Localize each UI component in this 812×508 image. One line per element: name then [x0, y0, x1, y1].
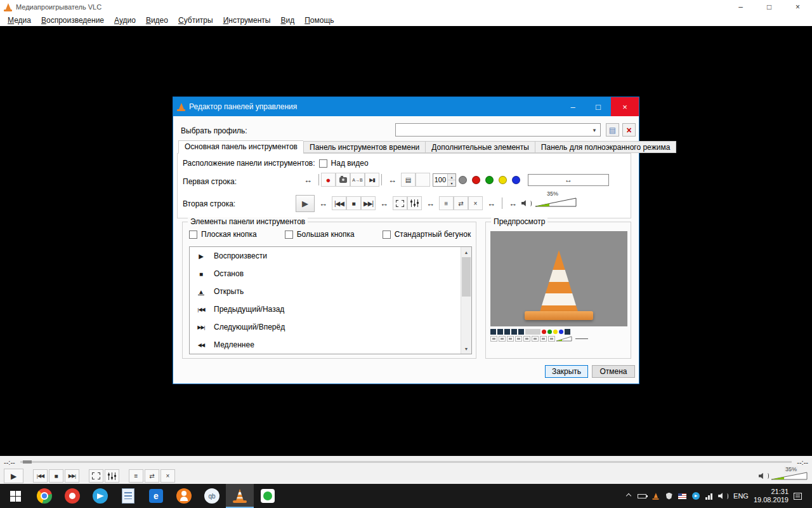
- spacer-icon[interactable]: ↔: [487, 199, 495, 208]
- menu-help[interactable]: Помощь: [299, 15, 339, 26]
- loop-widget[interactable]: ⇄: [454, 196, 468, 210]
- extended-settings-widget[interactable]: [407, 196, 422, 210]
- network-icon[interactable]: [705, 491, 713, 501]
- stop-button[interactable]: ■: [49, 469, 63, 483]
- close-button[interactable]: ×: [783, 0, 812, 14]
- keyboard-language[interactable]: ENG: [733, 492, 749, 500]
- language-flag-icon[interactable]: [678, 491, 686, 501]
- taskbar-telegram[interactable]: [86, 484, 114, 508]
- menu-tools[interactable]: Инструменты: [218, 15, 276, 26]
- next-widget[interactable]: ▶▶|: [361, 196, 376, 210]
- new-profile-button[interactable]: ▤: [606, 123, 619, 137]
- chevron-down-icon[interactable]: ▾: [589, 124, 600, 136]
- scroll-up-icon[interactable]: ▲: [461, 247, 471, 257]
- taskbar-chrome[interactable]: [30, 484, 58, 508]
- snapshot-button[interactable]: [336, 173, 350, 187]
- play-widget[interactable]: ▶: [296, 195, 315, 212]
- taskbar-notes[interactable]: [114, 484, 142, 508]
- next-button[interactable]: ▶▶|: [65, 469, 79, 483]
- telegram-tray-icon[interactable]: [691, 491, 700, 501]
- dialog-minimize-button[interactable]: –: [560, 97, 586, 116]
- taskbar-edge[interactable]: e: [142, 484, 170, 508]
- clock[interactable]: 21:31 19.08.2019: [754, 488, 789, 504]
- list-item[interactable]: ▲ Открыть: [190, 283, 471, 300]
- hidden-icons-chevron[interactable]: [624, 491, 632, 501]
- taskbar-browser[interactable]: [58, 484, 86, 508]
- playlist-toggle-widget[interactable]: ≡: [439, 196, 454, 210]
- spacer-icon[interactable]: ↔: [380, 199, 388, 208]
- random-widget[interactable]: ×: [468, 196, 483, 210]
- dialog-maximize-button[interactable]: □: [586, 97, 611, 116]
- tab-main-toolbar[interactable]: Основная панель инструментов: [178, 140, 303, 154]
- profile-combobox[interactable]: ▾: [395, 123, 601, 137]
- scroll-down-icon[interactable]: ▼: [461, 344, 471, 354]
- taskbar-orange-app[interactable]: [170, 484, 198, 508]
- menu-view[interactable]: Вид: [275, 15, 299, 26]
- menu-audio[interactable]: Аудио: [109, 15, 141, 26]
- taskbar-vlc[interactable]: [226, 484, 254, 508]
- native-slider-option[interactable]: Стандартный бегунок: [383, 230, 471, 239]
- big-button-checkbox[interactable]: [285, 231, 293, 239]
- playlist-widget-button[interactable]: ▤: [401, 173, 416, 187]
- flat-button-checkbox[interactable]: [189, 231, 197, 239]
- battery-icon[interactable]: [638, 491, 646, 501]
- random-button[interactable]: ×: [160, 469, 175, 483]
- tab-time-toolbar[interactable]: Панель инструментов времени: [303, 141, 425, 153]
- tab-fullscreen-controller[interactable]: Панель для полноэкранного режима: [535, 141, 676, 153]
- security-shield-icon[interactable]: [665, 491, 673, 501]
- list-item[interactable]: ■ Останов: [190, 265, 471, 283]
- volume-widget[interactable]: 35%: [535, 197, 577, 209]
- gray-dot-widget[interactable]: [459, 176, 467, 184]
- cancel-button[interactable]: Отмена: [592, 365, 635, 378]
- list-item[interactable]: |◀◀ Предыдущий/Назад: [190, 300, 471, 318]
- scrollbar-track[interactable]: [461, 257, 471, 344]
- seek-slider[interactable]: [20, 461, 792, 463]
- text-field-widget[interactable]: ↔: [528, 174, 609, 186]
- native-slider-checkbox[interactable]: [383, 231, 391, 239]
- spinner-down-icon[interactable]: ▾: [448, 180, 455, 186]
- vlc-tray-icon[interactable]: [652, 491, 660, 501]
- list-item[interactable]: ▶ Воспроизвести: [190, 247, 471, 265]
- fullscreen-button[interactable]: [89, 469, 103, 483]
- green-dot-widget[interactable]: [485, 176, 494, 184]
- minimize-button[interactable]: –: [726, 0, 755, 14]
- start-button[interactable]: [0, 484, 30, 508]
- previous-widget[interactable]: |◀◀: [332, 196, 346, 210]
- speaker-icon[interactable]: [759, 472, 769, 479]
- record-button[interactable]: ●: [321, 173, 336, 187]
- volume-tray-icon[interactable]: [718, 491, 728, 501]
- loop-button[interactable]: ⇄: [145, 469, 159, 483]
- speed-spinner[interactable]: 100 ▴ ▾: [433, 173, 456, 187]
- dialog-close-button[interactable]: ×: [611, 97, 639, 116]
- taskbar-green-app[interactable]: [254, 484, 282, 508]
- ab-loop-button[interactable]: A→B: [350, 173, 365, 187]
- list-item[interactable]: ▶▶| Следующий/Вперёд: [190, 318, 471, 336]
- big-button-option[interactable]: Большая кнопка: [285, 230, 355, 239]
- spinner-up-icon[interactable]: ▴: [448, 174, 455, 180]
- spacer-icon[interactable]: ↔: [509, 199, 517, 208]
- menu-playback[interactable]: Воспроизведение: [36, 15, 109, 26]
- playlist-button[interactable]: ≡: [129, 469, 143, 483]
- extended-settings-button[interactable]: [105, 469, 119, 483]
- blue-dot-widget[interactable]: [512, 176, 520, 184]
- volume-slider[interactable]: [535, 197, 577, 207]
- stop-widget[interactable]: ■: [346, 196, 361, 210]
- spacer-icon[interactable]: ↔: [426, 199, 435, 208]
- spacer-icon[interactable]: ↔: [388, 175, 396, 185]
- blank-widget-button[interactable]: [416, 173, 430, 187]
- above-video-checkbox[interactable]: [319, 159, 327, 168]
- spacer-icon[interactable]: ↔: [319, 199, 327, 208]
- frame-by-frame-button[interactable]: ▶▮: [365, 173, 379, 187]
- previous-button[interactable]: |◀◀: [33, 469, 48, 483]
- taskbar-qbittorrent[interactable]: qb: [198, 484, 226, 508]
- flat-button-option[interactable]: Плоская кнопка: [189, 230, 257, 239]
- fullscreen-widget[interactable]: [393, 196, 407, 210]
- seek-handle[interactable]: [23, 460, 32, 464]
- speaker-icon[interactable]: [521, 200, 532, 207]
- scrollbar-thumb[interactable]: [462, 257, 471, 297]
- menu-media[interactable]: Медиа: [3, 15, 36, 26]
- delete-profile-button[interactable]: ×: [622, 123, 636, 137]
- volume-slider[interactable]: [771, 472, 808, 480]
- list-scrollbar[interactable]: ▲ ▼: [461, 247, 471, 354]
- red-dot-widget[interactable]: [472, 176, 480, 184]
